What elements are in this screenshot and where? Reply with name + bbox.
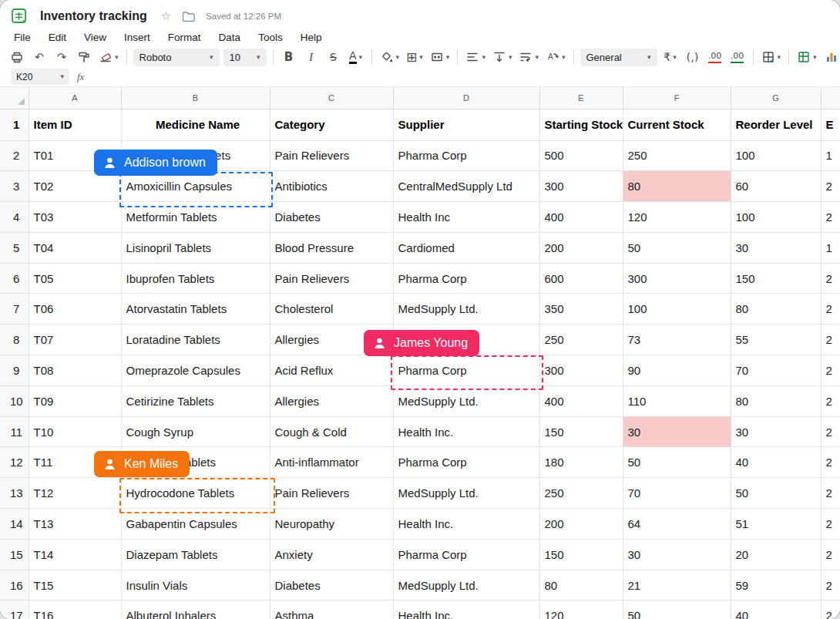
cell[interactable]: 110 [623,385,731,416]
row-number[interactable]: 5 [0,232,29,263]
cell[interactable]: 200 [539,509,623,540]
cell[interactable]: 2 [821,263,840,294]
row-number[interactable]: 8 [0,325,29,355]
header-cell[interactable]: Category [270,109,393,140]
column-header-clipped[interactable] [821,87,840,109]
cell[interactable]: 2 [821,171,840,202]
cell[interactable]: Omeprazole Capsules [121,355,270,386]
cell[interactable]: 73 [623,325,731,355]
cell[interactable]: T13 [29,509,121,540]
cell[interactable]: Pharma Corp [393,140,539,171]
cell[interactable]: 70 [623,478,731,509]
horizontal-align-button[interactable]: ▾ [464,48,487,66]
cell[interactable]: Pharma Corp [393,539,539,570]
row-number[interactable]: 7 [0,294,29,325]
cell[interactable]: 30 [731,232,821,263]
cell[interactable]: 350 [539,294,623,325]
cell[interactable]: Allergies [270,385,393,416]
cell[interactable]: 250 [623,140,731,171]
cell[interactable]: T06 [29,294,121,325]
undo-button[interactable]: ↶ [30,48,49,66]
menu-data[interactable]: Data [219,32,251,43]
cell[interactable]: 50 [731,478,821,509]
cell[interactable]: Cardiomed [393,232,539,263]
column-header-B[interactable]: B [121,87,270,109]
cell[interactable]: 120 [623,202,731,233]
text-rotation-button[interactable]: A▾ [544,48,567,66]
cell[interactable]: 2 [821,600,840,619]
cell[interactable]: 100 [623,294,731,325]
column-header-F[interactable]: F [623,87,731,109]
cell[interactable]: 2 [821,478,840,509]
italic-button[interactable]: I [302,48,321,66]
column-header-D[interactable]: D [393,87,539,109]
cell[interactable]: 50 [623,600,731,619]
cell[interactable]: Diabetes [270,202,393,233]
cell[interactable]: Health Inc [393,202,539,233]
menu-file[interactable]: File [14,32,41,43]
cell[interactable]: 30 [623,539,731,570]
cell[interactable]: Naproxen Tablets [121,447,270,478]
cell[interactable]: 2 [821,325,840,355]
cell[interactable] [393,325,539,355]
fill-color-button[interactable]: ▾ [378,48,402,66]
cell[interactable]: T07 [29,325,121,355]
cell[interactable]: Health Inc. [393,416,539,447]
row-number[interactable]: 15 [0,539,29,570]
cell[interactable]: Neuropathy [270,509,393,540]
menu-insert[interactable]: Insert [124,32,160,43]
cell[interactable]: 2 [821,539,840,570]
insert-chart-button[interactable] [822,48,840,66]
text-wrap-button[interactable]: ▾ [517,48,540,66]
cell[interactable]: T08 [29,355,121,386]
borders-button[interactable]: ⊞▾ [405,48,425,66]
cell[interactable]: Pain Relievers [270,140,393,171]
header-cell[interactable]: E [821,109,840,140]
cell[interactable]: 51 [731,509,821,540]
column-header-C[interactable]: C [270,87,393,109]
cell[interactable]: MedSupply Ltd. [393,294,539,325]
cell[interactable]: 21 [623,570,731,600]
cell[interactable]: 200 [539,232,623,263]
cell[interactable]: 300 [539,355,623,386]
cell[interactable]: Health Inc. [393,600,539,619]
cell[interactable]: 2 [821,509,840,540]
row-number[interactable]: 13 [0,478,29,509]
cell[interactable]: 20 [731,539,821,570]
cell[interactable]: Cough Syrup [121,416,270,447]
cell[interactable]: 55 [731,325,821,355]
menu-edit[interactable]: Edit [49,32,76,43]
row-number[interactable]: 14 [0,509,29,540]
cell[interactable]: Pain Relievers [270,478,393,509]
cell[interactable]: 59 [731,570,821,600]
cell[interactable]: T04 [29,232,121,263]
cell[interactable]: 2 [821,355,840,386]
cell[interactable]: 100 [731,140,821,171]
cell[interactable]: 50 [623,232,731,263]
font-size-select[interactable]: 10▾ [223,49,267,66]
cell[interactable]: T11 [29,447,121,478]
column-header-E[interactable]: E [539,87,623,109]
redo-button[interactable]: ↷ [52,48,71,66]
cell[interactable]: Cough & Cold [270,416,393,447]
cell[interactable]: Lisinopril Tablets [121,232,270,263]
cell[interactable]: Atorvastatin Tablets [121,294,270,325]
cell[interactable]: 250 [539,478,623,509]
cell[interactable]: 400 [539,202,623,233]
header-cell[interactable]: Reorder Level [731,109,821,140]
print-button[interactable] [8,48,26,66]
cell[interactable]: 1 [821,232,840,263]
row-number[interactable]: 6 [0,263,29,294]
select-all-corner[interactable] [0,87,29,109]
cell[interactable]: 60 [731,171,821,202]
star-icon[interactable]: ☆ [161,9,171,23]
cell[interactable]: 80 [731,385,821,416]
cell[interactable]: T12 [29,478,121,509]
row-number[interactable]: 10 [0,385,29,416]
cell[interactable]: Metformin Tablets [121,202,270,233]
row-number[interactable]: 4 [0,202,29,233]
cell[interactable]: T10 [29,416,121,447]
cell[interactable]: 250 [539,325,623,355]
cell[interactable]: MedSupply Ltd. [393,478,539,509]
cell[interactable]: T01 [29,140,121,171]
